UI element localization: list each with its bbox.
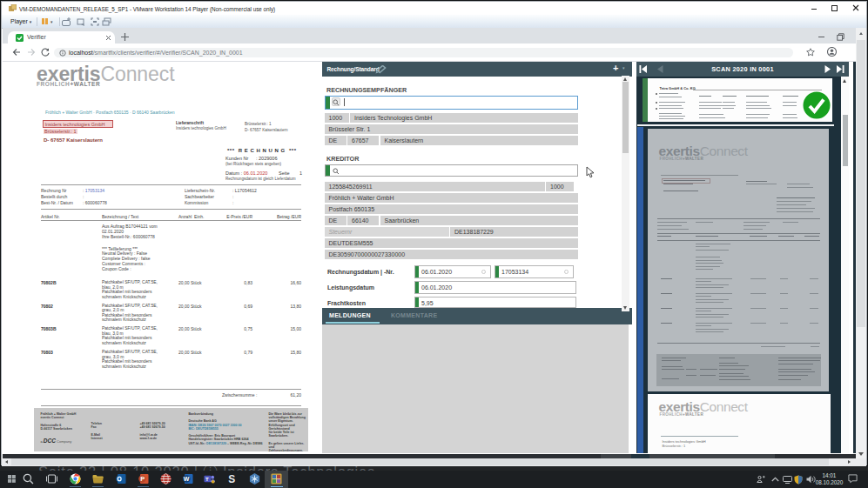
svg-text:T: T bbox=[205, 476, 209, 481]
svg-text:S: S bbox=[228, 473, 235, 485]
svg-text:W: W bbox=[184, 476, 190, 482]
svg-text:P: P bbox=[140, 475, 145, 483]
